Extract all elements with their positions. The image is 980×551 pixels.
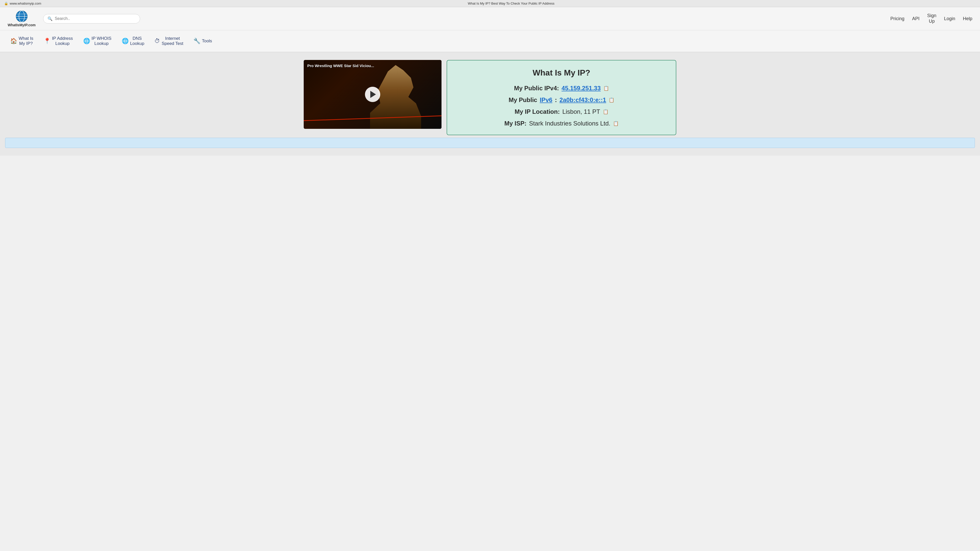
isp-label: My ISP: (504, 120, 527, 127)
content-row: Pro Wrestling WWE Star Sid Viciou... Wha… (304, 60, 676, 135)
subnav-ip-whois-lookup[interactable]: 🌐 IP WHOISLookup (78, 34, 117, 48)
ipv4-copy-icon[interactable]: 📋 (603, 86, 609, 91)
header: WhatIsMyIP.com 🔍 Pricing API Sign Up Log… (0, 7, 980, 30)
location-pin-icon: 📍 (44, 38, 51, 44)
play-triangle-icon (370, 91, 376, 98)
home-icon: 🏠 (10, 38, 17, 44)
bottom-blue-bar (5, 138, 975, 148)
ipv6-copy-icon[interactable]: 📋 (609, 97, 614, 103)
subnav-tools[interactable]: 🔧 Tools (188, 36, 217, 46)
nav-links: Pricing API Sign Up Login Help (891, 13, 972, 24)
location-label: My IP Location: (515, 108, 560, 115)
subnav-label-internet-speed-test: InternetSpeed Test (162, 36, 183, 46)
subnav-dns-lookup[interactable]: 🌐 DNSLookup (117, 34, 150, 48)
location-row: My IP Location: Lisbon, 11 PT 📋 (457, 108, 666, 115)
ip-info-box: What Is My IP? My Public IPv4: 45.159.25… (447, 60, 676, 135)
location-copy-icon[interactable]: 📋 (603, 109, 608, 114)
ipv4-row: My Public IPv4: 45.159.251.33 📋 (457, 85, 666, 92)
logo-globe-icon (16, 10, 28, 22)
browser-bar: 🔒 www.whatismyip.com What Is My IP? Best… (0, 0, 980, 7)
login-nav-link[interactable]: Login (944, 16, 955, 21)
pricing-nav-link[interactable]: Pricing (891, 16, 904, 21)
search-input[interactable] (55, 16, 136, 21)
logo-link[interactable]: WhatIsMyIP.com (8, 10, 35, 27)
isp-row: My ISP: Stark Industries Solutions Ltd. … (457, 120, 666, 127)
video-thumbnail[interactable]: Pro Wrestling WWE Star Sid Viciou... (304, 60, 442, 129)
browser-address: www.whatismyip.com (10, 2, 41, 5)
subnav-label-what-is-my-ip: What IsMy IP? (19, 36, 33, 46)
help-nav-link[interactable]: Help (963, 16, 972, 21)
play-button[interactable] (365, 87, 380, 102)
ipv6-link[interactable]: IPv6 (540, 97, 552, 103)
ipv6-value[interactable]: 2a0b:cf43:0:e::1 (559, 97, 606, 103)
lock-icon: 🔒 (4, 2, 8, 5)
ipv4-label: My Public IPv4: (514, 85, 559, 92)
ipv6-colon: : (555, 97, 557, 103)
subnav-label-ip-whois-lookup: IP WHOISLookup (92, 36, 111, 46)
ipv6-row: My Public IPv6 : 2a0b:cf43:0:e::1 📋 (457, 97, 666, 103)
video-title-label: Pro Wrestling WWE Star Sid Viciou... (307, 64, 374, 68)
subnav-ip-address-lookup[interactable]: 📍 IP AddressLookup (38, 34, 78, 48)
globe-whois-icon: 🌐 (83, 38, 90, 44)
search-icon: 🔍 (48, 16, 52, 21)
browser-page-title: What Is My IP? Best Way To Check Your Pu… (46, 2, 976, 5)
ipv6-label: My Public (509, 97, 537, 103)
logo-text: WhatIsMyIP.com (8, 23, 35, 27)
signup-nav-link[interactable]: Sign Up (927, 13, 936, 24)
tools-icon: 🔧 (193, 38, 200, 44)
globe-dns-icon: 🌐 (122, 38, 129, 44)
speedometer-icon: ⏱ (154, 38, 160, 44)
location-value: Lisbon, 11 PT (562, 108, 600, 115)
subnav-label-tools: Tools (202, 38, 212, 44)
search-bar[interactable]: 🔍 (43, 14, 140, 24)
browser-url: 🔒 www.whatismyip.com (4, 2, 41, 5)
ip-box-title: What Is My IP? (457, 68, 666, 78)
subnav-what-is-my-ip[interactable]: 🏠 What IsMy IP? (5, 34, 38, 48)
subnav-internet-speed-test[interactable]: ⏱ InternetSpeed Test (149, 34, 188, 48)
subnav-label-dns-lookup: DNSLookup (130, 36, 145, 46)
isp-value: Stark Industries Solutions Ltd. (529, 120, 611, 127)
main-content: Pro Wrestling WWE Star Sid Viciou... Wha… (0, 52, 980, 156)
subnav-label-ip-address-lookup: IP AddressLookup (52, 36, 73, 46)
ipv4-value[interactable]: 45.159.251.33 (562, 85, 600, 92)
api-nav-link[interactable]: API (912, 16, 920, 21)
isp-copy-icon[interactable]: 📋 (613, 121, 619, 126)
sub-nav: 🏠 What IsMy IP? 📍 IP AddressLookup 🌐 IP … (0, 30, 980, 52)
